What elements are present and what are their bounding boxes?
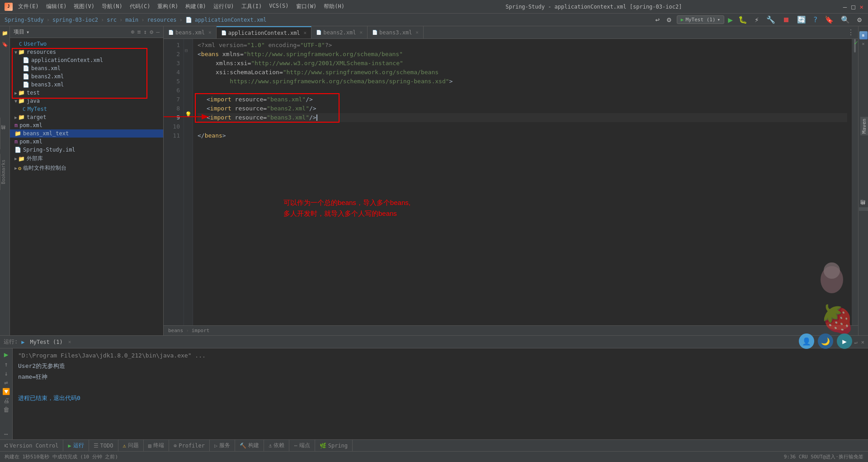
bottom-tab-build[interactable]: 🔨 构建 [235, 440, 264, 452]
maximize-button[interactable]: □ [851, 3, 855, 10]
forward-button[interactable]: ⚙ [665, 14, 673, 25]
tab-beans3[interactable]: 📄 beans3.xml ✕ [368, 26, 424, 39]
collapse-button[interactable]: ≡ [137, 29, 141, 35]
maven-tab[interactable]: Maven [860, 117, 868, 135]
run-again-button[interactable]: ▶ [4, 350, 9, 359]
menu-build[interactable]: 构建(B) [185, 3, 206, 10]
close-button[interactable]: ✕ [860, 3, 863, 10]
sync-button[interactable]: 🔄 [795, 14, 808, 25]
menu-window[interactable]: 窗口(W) [296, 3, 317, 10]
tab-beans2[interactable]: 📄 beans2.xml ✕ [311, 26, 368, 39]
code-editor[interactable]: <?xml version="1.0" encoding="UTF-8"?> <… [193, 39, 852, 325]
tree-item-mytest[interactable]: C MyTest [10, 105, 163, 113]
bottom-tab-problems[interactable]: ⚠ 问题 [118, 440, 144, 452]
tree-item-beans[interactable]: 📄 beans.xml [10, 64, 163, 72]
tree-folder-test[interactable]: ▶ 📁 test [10, 89, 163, 97]
menu-code[interactable]: 代码(C) [130, 3, 151, 10]
bottom-tab-profiler[interactable]: ⊕ Profiler [169, 440, 210, 452]
bottom-tab-vcs[interactable]: ⑆ Version Control [0, 440, 63, 452]
menu-file[interactable]: 文件(E) [18, 3, 39, 10]
tree-item-beans-xml-text[interactable]: 📁 beans_xml_text [10, 129, 163, 138]
breadcrumb-project[interactable]: Spring-Study [5, 17, 44, 23]
bookmarks-sidebar[interactable]: Bookmarks [0, 154, 6, 190]
tree-item-applicationcontext[interactable]: 📄 applicationContext.xml [10, 56, 163, 64]
tree-folder-resources[interactable]: ▼ 📁 resources [10, 48, 163, 56]
menu-nav[interactable]: 导航(N) [102, 3, 123, 10]
stop-button[interactable]: ⏹ [781, 14, 792, 25]
run-config-selector[interactable]: ▶ MyTest (1) ▾ [677, 15, 724, 24]
filter-btn[interactable]: 🔽 [2, 388, 10, 395]
settings-gear-button[interactable]: ⚙ [150, 29, 153, 35]
wrap-icon[interactable]: ↵ [854, 339, 858, 345]
add-file-button[interactable]: ⊕ [131, 29, 135, 35]
structure-tab[interactable]: 结构 [859, 207, 868, 211]
beans2-tab-close[interactable]: ✕ [359, 29, 363, 35]
editor-container[interactable]: 1 2 3 4 5 6 7 8 9 10 11 ⊟ 💡 [164, 39, 858, 325]
bottom-tab-todo[interactable]: ☰ TODO [89, 440, 118, 452]
beans-tab-close[interactable]: ✕ [208, 29, 212, 35]
bookmark-button[interactable]: 🔖 [823, 14, 835, 25]
bottom-tab-services[interactable]: ▷ 服务 [210, 440, 235, 452]
project-icon[interactable]: 📁 [0, 29, 9, 38]
beans3-tab-close[interactable]: ✕ [415, 29, 419, 35]
print-btn[interactable]: 🖨 [3, 397, 9, 404]
bottom-tab-endpoints[interactable]: ⋯ 端点 [289, 440, 315, 452]
close-mg[interactable]: ✕ [862, 41, 864, 46]
run-button[interactable]: ▶ [728, 15, 733, 24]
bottom-tab-run[interactable]: ▶ 运行 [63, 440, 89, 452]
back-button[interactable]: ↩ [653, 14, 661, 25]
coverage-button[interactable]: ⚡ [753, 14, 761, 25]
tree-item-beans3[interactable]: 📄 beans3.xml [10, 81, 163, 89]
bottom-tab-deps[interactable]: ⚓ 依赖 [264, 440, 289, 452]
breadcrumb-resources[interactable]: resources [147, 17, 176, 23]
tree-item-beans2[interactable]: 📄 beans2.xml [10, 72, 163, 81]
search-button[interactable]: 🔍 [839, 14, 852, 25]
run-panel-close[interactable]: ✕ [68, 339, 71, 345]
breadcrumb-main[interactable]: main [125, 17, 138, 23]
menu-view[interactable]: 视图(V) [74, 3, 94, 10]
float-btn-1[interactable]: 👤 [799, 333, 814, 349]
bottom-tab-spring[interactable]: 🌿 Spring [315, 440, 353, 452]
minimize-panel-button[interactable]: — [156, 29, 160, 35]
settings-button[interactable]: ⚙ [855, 14, 863, 25]
mg-icon[interactable]: m [859, 31, 868, 39]
float-btn-2[interactable]: 🌙 [818, 333, 833, 349]
bookmarks-icon[interactable]: 🔖 [0, 40, 9, 49]
fold-indicator-2[interactable]: ⊟ [185, 48, 188, 53]
tree-item-pom2[interactable]: m pom.xml [10, 138, 163, 146]
project-dropdown-icon[interactable]: ▾ [26, 29, 29, 35]
delete-btn[interactable]: 🗑 [3, 406, 9, 413]
tab-applicationcontext[interactable]: 📄 applicationContext.xml ✕ [217, 26, 312, 39]
appcontext-tab-close[interactable]: ✕ [304, 30, 307, 36]
tab-beans[interactable]: 📄 beans.xml ✕ [164, 26, 217, 39]
scroll-up-btn[interactable]: ↑ [4, 361, 8, 368]
sort-button[interactable]: ↕ [144, 29, 147, 35]
menu-help[interactable]: 帮助(H) [324, 3, 344, 10]
breadcrumb-module[interactable]: spring-03-ioc2 [52, 17, 98, 23]
more-btn[interactable]: ⋯ [4, 430, 8, 438]
tree-folder-target[interactable]: ▶ 📁 target [10, 113, 163, 121]
menu-tools[interactable]: 工具(I) [241, 3, 262, 10]
tree-item-spring-study-iml[interactable]: 📄 Spring-Study.iml [10, 146, 163, 154]
menu-vcs[interactable]: VCS(S) [269, 3, 288, 10]
menu-refactor[interactable]: 重构(R) [157, 3, 178, 10]
scroll-down-btn[interactable]: ↓ [4, 370, 8, 377]
breadcrumb-file[interactable]: applicationContext.xml [195, 17, 267, 23]
quick-fix-icon[interactable]: 💡 [185, 111, 192, 118]
tree-folder-external[interactable]: ▶ 📁 外部库 [10, 154, 163, 163]
menu-edit[interactable]: 编辑(E) [46, 3, 67, 10]
close-run-btn[interactable]: ✕ [861, 339, 864, 345]
bottom-tab-terminal[interactable]: ▧ 终端 [144, 440, 169, 452]
tree-item-pom1[interactable]: m pom.xml [10, 121, 163, 129]
editor-scrollbar[interactable]: ✓ [852, 39, 858, 325]
profile-button[interactable]: 🔧 [764, 14, 777, 25]
debug-button[interactable]: 🐛 [736, 14, 749, 25]
tree-item-usertwo[interactable]: C UserTwo [10, 40, 163, 48]
tree-folder-temp[interactable]: ▶ ⚙ 临时文件和控制台 [10, 163, 163, 173]
menu-run[interactable]: 运行(U) [213, 3, 234, 10]
tabs-menu-icon[interactable]: ⋮ [847, 28, 854, 37]
breadcrumb-src[interactable]: src [107, 17, 117, 23]
minimize-button[interactable]: — [843, 3, 847, 10]
tree-folder-java[interactable]: ▼ 📁 java [10, 97, 163, 105]
float-btn-3[interactable]: ▶ [837, 333, 852, 349]
